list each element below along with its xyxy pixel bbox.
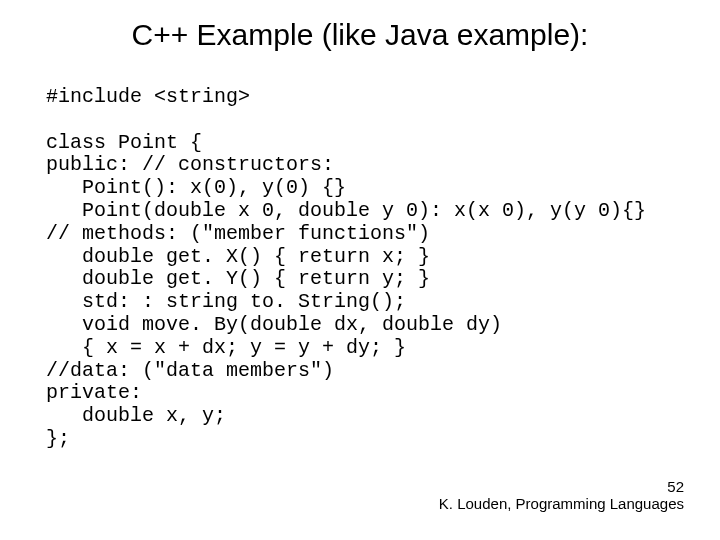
page-number: 52 (439, 479, 684, 496)
slide-footer: 52 K. Louden, Programming Languages (439, 479, 684, 512)
slide-title: C++ Example (like Java example): (0, 0, 720, 60)
footer-attribution: K. Louden, Programming Languages (439, 495, 684, 512)
code-block: #include <string> class Point { public: … (0, 60, 720, 451)
slide: C++ Example (like Java example): #includ… (0, 0, 720, 540)
